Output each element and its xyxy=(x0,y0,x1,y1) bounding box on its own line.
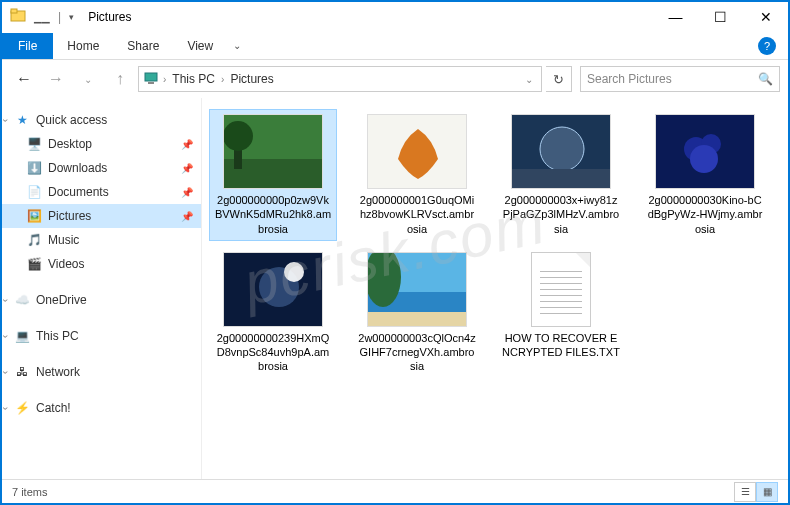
forward-button[interactable]: → xyxy=(42,65,70,93)
pin-icon: 📌 xyxy=(181,211,193,222)
svg-rect-3 xyxy=(148,82,154,84)
search-placeholder: Search Pictures xyxy=(587,72,672,86)
chevron-right-icon[interactable]: › xyxy=(221,74,224,85)
sidebar-item-documents[interactable]: 📄Documents📌 xyxy=(2,180,201,204)
pc-icon xyxy=(143,70,159,89)
svg-point-8 xyxy=(224,121,253,151)
folder-icon xyxy=(10,7,26,27)
thumbnail xyxy=(655,114,755,189)
file-item[interactable]: 2g000000000p0zw9VkBVWnK5dMRu2hk8.ambrosi… xyxy=(210,110,336,240)
item-count: 7 items xyxy=(12,486,47,498)
explorer-window: pcrisk.com ▁▁ | ▾ Pictures — ☐ ✕ File Ho… xyxy=(2,2,788,503)
thumbnail xyxy=(367,252,467,327)
folder-icon: 📄 xyxy=(26,184,42,200)
pin-icon: 📌 xyxy=(181,163,193,174)
sidebar-item-desktop[interactable]: 🖥️Desktop📌 xyxy=(2,132,201,156)
text-file-icon xyxy=(531,252,591,327)
address-dropdown-icon[interactable]: ⌄ xyxy=(521,74,537,85)
cloud-icon: ☁️ xyxy=(14,292,30,308)
thumbnail xyxy=(367,114,467,189)
file-item[interactable]: 2g000000001G0uqOMihz8bvowKLRVsct.ambrosi… xyxy=(354,110,480,240)
address-bar[interactable]: › This PC › Pictures ⌄ xyxy=(138,66,542,92)
sidebar-network[interactable]: 🖧Network xyxy=(2,360,201,384)
thumbnail xyxy=(511,252,611,327)
tab-view[interactable]: View xyxy=(173,33,227,59)
sidebar-this-pc[interactable]: 💻This PC xyxy=(2,324,201,348)
file-name: 2g0000000030Kino-bCdBgPyWz-HWjmy.ambrosi… xyxy=(646,193,764,236)
sidebar-item-label: Videos xyxy=(48,257,84,271)
minimize-button[interactable]: — xyxy=(653,2,698,32)
thumbnails-view-button[interactable]: ▦ xyxy=(756,482,778,502)
pin-icon: 📌 xyxy=(181,139,193,150)
sidebar-item-downloads[interactable]: ⬇️Downloads📌 xyxy=(2,156,201,180)
up-button[interactable]: ↑ xyxy=(106,65,134,93)
navigation-pane: ★Quick access 🖥️Desktop📌 ⬇️Downloads📌 📄D… xyxy=(2,98,202,479)
folder-icon: 🎬 xyxy=(26,256,42,272)
sidebar-item-videos[interactable]: 🎬Videos xyxy=(2,252,201,276)
network-icon: 🖧 xyxy=(14,364,30,380)
breadcrumb-folder[interactable]: Pictures xyxy=(228,72,275,86)
search-input[interactable]: Search Pictures 🔍 xyxy=(580,66,780,92)
sidebar-item-label: Catch! xyxy=(36,401,71,415)
sidebar-item-label: This PC xyxy=(36,329,79,343)
title-bar: ▁▁ | ▾ Pictures — ☐ ✕ xyxy=(2,2,788,32)
qat-dropdown-icon[interactable]: ▾ xyxy=(69,12,74,22)
pc-icon: 💻 xyxy=(14,328,30,344)
thumbnail xyxy=(223,252,323,327)
sidebar-quick-access[interactable]: ★Quick access xyxy=(2,108,201,132)
window-title: Pictures xyxy=(88,10,131,24)
svg-rect-23 xyxy=(368,312,466,327)
search-icon: 🔍 xyxy=(758,72,773,86)
folder-icon: 🖥️ xyxy=(26,136,42,152)
file-name: 2w000000003cQlOcn4zGIHF7crnegVXh.ambrosi… xyxy=(358,331,476,374)
status-bar: 7 items ☰ ▦ xyxy=(2,479,788,503)
sidebar-item-label: Desktop xyxy=(48,137,92,151)
folder-icon: ⬇️ xyxy=(26,160,42,176)
file-item[interactable]: 2g0000000030Kino-bCdBgPyWz-HWjmy.ambrosi… xyxy=(642,110,768,240)
back-button[interactable]: ← xyxy=(10,65,38,93)
sidebar-item-label: OneDrive xyxy=(36,293,87,307)
file-name: HOW TO RECOVER ENCRYPTED FILES.TXT xyxy=(502,331,620,360)
refresh-button[interactable]: ↻ xyxy=(546,66,572,92)
folder-icon: 🎵 xyxy=(26,232,42,248)
help-icon[interactable]: ? xyxy=(758,37,776,55)
sidebar-item-label: Pictures xyxy=(48,209,91,223)
svg-point-17 xyxy=(690,145,718,173)
recent-locations-icon[interactable]: ⌄ xyxy=(74,65,102,93)
chevron-right-icon[interactable]: › xyxy=(163,74,166,85)
file-item[interactable]: HOW TO RECOVER ENCRYPTED FILES.TXT xyxy=(498,248,624,378)
content-area[interactable]: 2g000000000p0zw9VkBVWnK5dMRu2hk8.ambrosi… xyxy=(202,98,788,479)
sidebar-onedrive[interactable]: ☁️OneDrive xyxy=(2,288,201,312)
file-name: 2g000000001G0uqOMihz8bvowKLRVsct.ambrosi… xyxy=(358,193,476,236)
file-name: 2g000000003x+iwy81zPjPaGZp3lMHzV.ambrosi… xyxy=(502,193,620,236)
sidebar-item-music[interactable]: 🎵Music xyxy=(2,228,201,252)
sidebar-catch[interactable]: ⚡Catch! xyxy=(2,396,201,420)
file-tab[interactable]: File xyxy=(2,33,53,59)
folder-icon: 🖼️ xyxy=(26,208,42,224)
sidebar-item-label: Documents xyxy=(48,185,109,199)
file-name: 2g000000000p0zw9VkBVWnK5dMRu2hk8.ambrosi… xyxy=(214,193,332,236)
expand-ribbon-icon[interactable]: ⌄ xyxy=(227,40,247,51)
svg-rect-1 xyxy=(11,9,17,13)
properties-icon[interactable]: ▁▁ xyxy=(34,12,50,23)
sidebar-item-label: Network xyxy=(36,365,80,379)
thumbnail xyxy=(511,114,611,189)
close-button[interactable]: ✕ xyxy=(743,2,788,32)
body-area: ★Quick access 🖥️Desktop📌 ⬇️Downloads📌 📄D… xyxy=(2,98,788,479)
sidebar-item-pictures[interactable]: 🖼️Pictures📌 xyxy=(2,204,201,228)
catch-icon: ⚡ xyxy=(14,400,30,416)
ribbon-tabs: File Home Share View ⌄ ? xyxy=(2,32,788,60)
qat-divider: | xyxy=(58,10,61,24)
breadcrumb-root[interactable]: This PC xyxy=(170,72,217,86)
file-item[interactable]: 2g00000000239HXmQD8vnpSc84uvh9pA.ambrosi… xyxy=(210,248,336,378)
tab-home[interactable]: Home xyxy=(53,33,113,59)
svg-rect-13 xyxy=(512,169,610,189)
maximize-button[interactable]: ☐ xyxy=(698,2,743,32)
star-icon: ★ xyxy=(14,112,30,128)
pin-icon: 📌 xyxy=(181,187,193,198)
file-item[interactable]: 2w000000003cQlOcn4zGIHF7crnegVXh.ambrosi… xyxy=(354,248,480,378)
details-view-button[interactable]: ☰ xyxy=(734,482,756,502)
tab-share[interactable]: Share xyxy=(113,33,173,59)
file-item[interactable]: 2g000000003x+iwy81zPjPaGZp3lMHzV.ambrosi… xyxy=(498,110,624,240)
svg-rect-2 xyxy=(145,73,157,81)
